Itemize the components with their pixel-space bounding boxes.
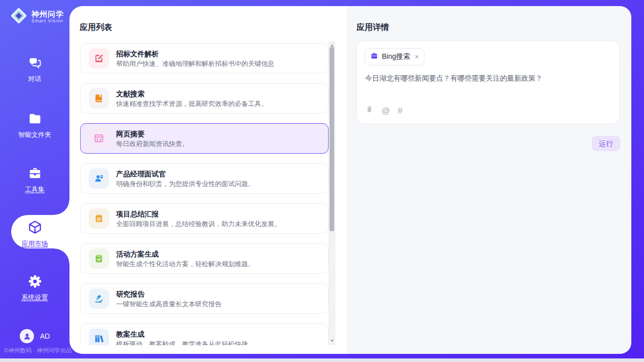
main-content: 应用列表 招标文件解析 帮助用户快速、准确地理解和解析招标书中的关键信息 文献搜…: [69, 6, 631, 354]
mention-icon[interactable]: @: [381, 106, 390, 115]
app-desc: 帮助用户快速、准确地理解和解析招标书中的关键信息: [116, 60, 274, 67]
toolbox-icon: [28, 166, 42, 183]
app-card-event-plan[interactable]: 活动方案生成 智能生成个性化活动方案，轻松解决规划难题。: [80, 243, 329, 274]
sidebar-item-toolset[interactable]: 工具集: [0, 166, 69, 194]
app-desc: 一键智能生成高质量长文本研究报告: [116, 300, 222, 308]
list-scrollbar[interactable]: [329, 42, 335, 345]
app-card-research-report[interactable]: 研究报告 一键智能生成高质量长文本研究报告: [80, 283, 329, 314]
brand-name: 神州问学: [31, 10, 64, 18]
app-list-title: 应用列表: [80, 22, 112, 33]
bubble-curve-bottom: [54, 248, 69, 264]
app-title: 项目总结汇报: [116, 210, 281, 218]
app-card-project-summary[interactable]: 项目总结汇报 全面回顾项目进展，总结经验教训，助力未来优化发展。: [80, 203, 329, 234]
app-desc: 智能生成个性化活动方案，轻松解决规划难题。: [116, 260, 255, 268]
app-desc: 快速精准查找学术资源，提高研究效率的必备工具。: [116, 100, 268, 107]
app-card-bid-parse[interactable]: 招标文件解析 帮助用户快速、准确地理解和解析招标书中的关键信息: [80, 43, 329, 74]
prompt-input[interactable]: 今日湖北有哪些新闻要点？有哪些需要关注的最新政策？: [365, 73, 611, 83]
run-button[interactable]: 运行: [592, 136, 620, 151]
brand-subtitle: Smart Vision: [31, 18, 64, 24]
app-card-literature-search[interactable]: 文献搜索 快速精准查找学术资源，提高研究效率的必备工具。: [80, 83, 329, 114]
app-card-list: 招标文件解析 帮助用户快速、准确地理解和解析招标书中的关键信息 文献搜索 快速精…: [80, 43, 329, 345]
edit-doc-icon: [89, 48, 109, 68]
app-title: 产品经理面试官: [116, 170, 255, 178]
bubble-curve-top: [54, 200, 69, 215]
app-title: 网页摘要: [116, 130, 189, 138]
sidebar-item-label: 系统设置: [22, 293, 48, 302]
user-name: AD: [40, 332, 50, 340]
sidebar-item-label: 智能文件夹: [18, 130, 51, 139]
folder-icon: [28, 112, 42, 128]
app-desc: 模板驱动，教案秒成，教学准备从此轻松快捷: [116, 340, 248, 346]
app-card-lesson-plan[interactable]: 教案生成 模板驱动，教案秒成，教学准备从此轻松快捷: [80, 323, 329, 345]
microscope-icon: [89, 288, 109, 309]
chip-close-icon[interactable]: ×: [415, 53, 419, 60]
prompt-card: Bing搜索 × 今日湖北有哪些新闻要点？有哪些需要关注的最新政策？ @ #: [356, 41, 620, 124]
clipboard-check-icon: [89, 248, 109, 269]
book-icon: [89, 88, 109, 108]
app-title: 文献搜索: [116, 90, 268, 98]
app-desc: 全面回顾项目进展，总结经验教训，助力未来优化发展。: [116, 220, 281, 228]
brand-logo: 神州问学 Smart Vision: [9, 6, 64, 27]
app-title: 活动方案生成: [116, 250, 255, 258]
app-title: 教案生成: [116, 330, 248, 338]
browser-code-icon: [89, 128, 109, 149]
chat-icon: [28, 56, 42, 72]
sidebar-item-settings[interactable]: 系统设置: [0, 274, 69, 302]
app-desc: 每日政府新闻资讯快查。: [116, 140, 189, 148]
copyright-text: ©神州数码 · 神州问学出品: [4, 347, 72, 354]
sidebar-item-label: 工具集: [25, 185, 45, 194]
briefcase-icon: [370, 52, 378, 62]
app-list-panel: 应用列表 招标文件解析 帮助用户快速、准确地理解和解析招标书中的关键信息 文献搜…: [69, 6, 346, 354]
app-detail-panel: 应用详情 Bing搜索 × 今日湖北有哪些新闻要点？有哪些需要关注的最新政策？ …: [346, 6, 631, 354]
sidebar-item-app-market[interactable]: 应用市场: [0, 220, 69, 248]
brand-diamond-icon: [9, 6, 28, 27]
gear-icon: [28, 274, 42, 291]
notepad-icon: [89, 208, 109, 229]
app-detail-title: 应用详情: [356, 22, 389, 33]
paperclip-icon[interactable]: [365, 105, 374, 117]
app-card-web-summary[interactable]: 网页摘要 每日政府新闻资讯快查。: [80, 123, 329, 154]
cube-icon: [27, 220, 43, 237]
scrollbar-thumb[interactable]: [330, 47, 334, 231]
app-title: 招标文件解析: [116, 50, 274, 58]
sidebar-item-label: 对话: [28, 75, 42, 84]
sidebar-item-chat[interactable]: 对话: [0, 56, 69, 84]
app-card-pm-interviewer[interactable]: 产品经理面试官 明确身份和职责，为您提供专业性的面试问题。: [80, 163, 329, 194]
hash-icon[interactable]: #: [398, 106, 402, 115]
scrollbar-down-arrow[interactable]: [329, 338, 335, 344]
sidebar: 神州问学 Smart Vision 对话 智能文件夹 工具集: [0, 0, 69, 362]
page-bottom-edge: [0, 358, 644, 362]
sidebar-item-smart-folder[interactable]: 智能文件夹: [0, 112, 69, 139]
user-account[interactable]: AD: [20, 329, 50, 343]
sidebar-item-label: 应用市场: [22, 239, 48, 248]
attachment-toolbar: @ #: [365, 105, 403, 117]
books-icon: [89, 329, 109, 345]
tool-chip-label: Bing搜索: [382, 52, 410, 61]
interviewer-icon: [89, 168, 109, 189]
app-desc: 明确身份和职责，为您提供专业性的面试问题。: [116, 180, 255, 188]
tool-chip-bing-search[interactable]: Bing搜索 ×: [365, 48, 424, 65]
avatar: [20, 329, 34, 343]
app-title: 研究报告: [116, 290, 222, 298]
